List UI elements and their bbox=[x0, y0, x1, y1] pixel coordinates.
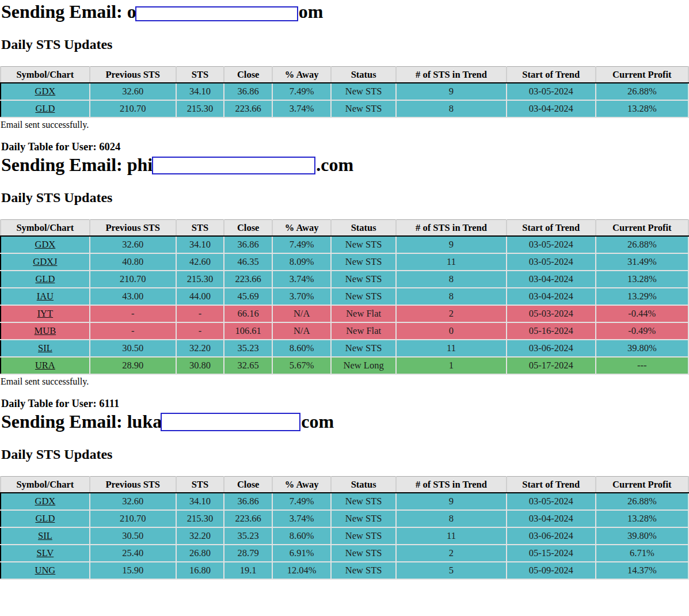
table-header-row: Symbol/Chart Previous STS STS Close % Aw… bbox=[1, 220, 688, 237]
close-cell: 223.66 bbox=[224, 100, 272, 117]
current-profit-cell: -0.44% bbox=[596, 305, 688, 322]
symbol-link[interactable]: SLV bbox=[37, 547, 54, 558]
email-redaction-box bbox=[135, 6, 298, 21]
col-current-profit: Current Profit bbox=[596, 477, 688, 493]
previous-sts-cell: 210.70 bbox=[90, 100, 176, 117]
num-sts-in-trend-cell: 11 bbox=[396, 253, 507, 271]
close-cell: 106.61 bbox=[224, 322, 272, 340]
col-close: Close bbox=[224, 220, 272, 237]
sts-cell: 215.30 bbox=[176, 271, 224, 288]
previous-sts-cell: 210.70 bbox=[90, 510, 176, 527]
pct-away-cell: N/A bbox=[272, 322, 331, 340]
col-sts: STS bbox=[176, 220, 224, 237]
table-row: UNG15.9016.8019.112.04%New STS505-09-202… bbox=[1, 562, 688, 579]
start-of-trend-cell: 05-03-2024 bbox=[507, 305, 596, 322]
current-profit-cell: 14.37% bbox=[596, 562, 688, 579]
col-symbol-chart: Symbol/Chart bbox=[1, 67, 90, 83]
current-profit-cell: 31.49% bbox=[596, 253, 688, 271]
close-cell: 36.86 bbox=[224, 83, 272, 100]
num-sts-in-trend-cell: 9 bbox=[396, 236, 507, 253]
num-sts-in-trend-cell: 8 bbox=[396, 100, 507, 117]
previous-sts-cell: 30.50 bbox=[90, 340, 176, 357]
sts-cell: - bbox=[176, 322, 224, 340]
num-sts-in-trend-cell: 2 bbox=[396, 545, 507, 562]
symbol-link[interactable]: GLD bbox=[35, 273, 55, 284]
status-cell: New STS bbox=[331, 83, 396, 100]
symbol-cell: GLD bbox=[1, 271, 90, 288]
symbol-link[interactable]: MUB bbox=[35, 325, 56, 336]
email-redaction-box bbox=[152, 157, 315, 174]
symbol-link[interactable]: GLD bbox=[35, 103, 55, 114]
status-cell: New Flat bbox=[331, 305, 396, 322]
col-close: Close bbox=[224, 67, 272, 83]
close-cell: 36.86 bbox=[224, 493, 272, 510]
symbol-link[interactable]: GLD bbox=[35, 513, 55, 524]
status-cell: New STS bbox=[331, 271, 396, 288]
col-symbol-chart: Symbol/Chart bbox=[1, 220, 90, 237]
pct-away-cell: 8.60% bbox=[272, 527, 331, 545]
sts-cell: 34.10 bbox=[176, 83, 224, 100]
sts-table: Symbol/Chart Previous STS STS Close % Aw… bbox=[0, 219, 689, 375]
num-sts-in-trend-cell: 11 bbox=[396, 340, 507, 357]
email-status-message: Email sent successfully. bbox=[1, 120, 689, 130]
previous-sts-cell: - bbox=[90, 322, 176, 340]
start-of-trend-cell: 05-16-2024 bbox=[507, 322, 596, 340]
symbol-link[interactable]: GDX bbox=[35, 239, 56, 250]
status-cell: New STS bbox=[331, 510, 396, 527]
previous-sts-cell: 15.90 bbox=[90, 562, 176, 579]
current-profit-cell: 13.28% bbox=[596, 100, 688, 117]
symbol-link[interactable]: IYT bbox=[37, 308, 54, 319]
table-row: GLD210.70215.30223.663.74%New STS803-04-… bbox=[1, 100, 688, 117]
previous-sts-cell: 25.40 bbox=[90, 545, 176, 562]
symbol-link[interactable]: GDX bbox=[35, 86, 56, 97]
daily-sts-updates-title: Daily STS Updates bbox=[1, 36, 689, 52]
sending-email-prefix: Sending Email: phi bbox=[1, 154, 153, 175]
col-num-sts-in-trend: # of STS in Trend bbox=[396, 67, 507, 83]
symbol-link[interactable]: GDXJ bbox=[33, 256, 57, 267]
symbol-cell: SLV bbox=[1, 545, 90, 562]
table-row: URA28.9030.8032.655.67%New Long105-17-20… bbox=[1, 357, 688, 374]
daily-sts-updates-title: Daily STS Updates bbox=[1, 189, 689, 206]
start-of-trend-cell: 03-04-2024 bbox=[507, 510, 596, 527]
current-profit-cell: -0.49% bbox=[596, 322, 688, 340]
col-sts: STS bbox=[176, 477, 224, 493]
symbol-cell: GDX bbox=[1, 83, 90, 100]
symbol-link[interactable]: SIL bbox=[38, 343, 52, 353]
email-status-message: Email sent successfully. bbox=[1, 377, 689, 387]
current-profit-cell: 26.88% bbox=[596, 83, 688, 100]
col-sts: STS bbox=[176, 67, 224, 83]
sts-cell: 215.30 bbox=[176, 100, 224, 117]
symbol-link[interactable]: GDX bbox=[35, 496, 56, 507]
symbol-cell: GLD bbox=[1, 100, 90, 117]
current-profit-cell: 13.29% bbox=[596, 288, 688, 305]
num-sts-in-trend-cell: 1 bbox=[396, 357, 507, 374]
previous-sts-cell: 43.00 bbox=[90, 288, 176, 305]
table-row: SIL30.5032.2035.238.60%New STS1103-06-20… bbox=[1, 527, 688, 545]
table-row: IAU43.0044.0045.693.70%New STS803-04-202… bbox=[1, 288, 688, 305]
num-sts-in-trend-cell: 2 bbox=[396, 305, 507, 322]
daily-sts-updates-title: Daily STS Updates bbox=[1, 446, 689, 462]
current-profit-cell: 26.88% bbox=[596, 493, 688, 510]
col-start-of-trend: Start of Trend bbox=[507, 67, 596, 83]
close-cell: 223.66 bbox=[224, 271, 272, 288]
sts-cell: 42.60 bbox=[176, 253, 224, 271]
symbol-cell: GLD bbox=[1, 510, 90, 527]
user-section-1: Sending Email: oom Daily STS Updates Sym… bbox=[0, 1, 689, 153]
pct-away-cell: 8.60% bbox=[272, 340, 331, 357]
status-cell: New STS bbox=[331, 340, 396, 357]
start-of-trend-cell: 03-06-2024 bbox=[507, 527, 596, 545]
table-header-row: Symbol/Chart Previous STS STS Close % Aw… bbox=[1, 477, 688, 493]
symbol-cell: MUB bbox=[1, 322, 90, 340]
symbol-link[interactable]: URA bbox=[35, 360, 55, 371]
symbol-link[interactable]: SIL bbox=[38, 530, 52, 541]
status-cell: New STS bbox=[331, 545, 396, 562]
symbol-link[interactable]: UNG bbox=[35, 565, 56, 576]
symbol-link[interactable]: IAU bbox=[37, 291, 54, 302]
sts-table: Symbol/Chart Previous STS STS Close % Aw… bbox=[0, 476, 689, 580]
status-cell: New STS bbox=[331, 288, 396, 305]
status-cell: New STS bbox=[331, 100, 396, 117]
col-start-of-trend: Start of Trend bbox=[507, 220, 596, 237]
num-sts-in-trend-cell: 8 bbox=[396, 288, 507, 305]
previous-sts-cell: 210.70 bbox=[90, 271, 176, 288]
pct-away-cell: N/A bbox=[272, 305, 331, 322]
